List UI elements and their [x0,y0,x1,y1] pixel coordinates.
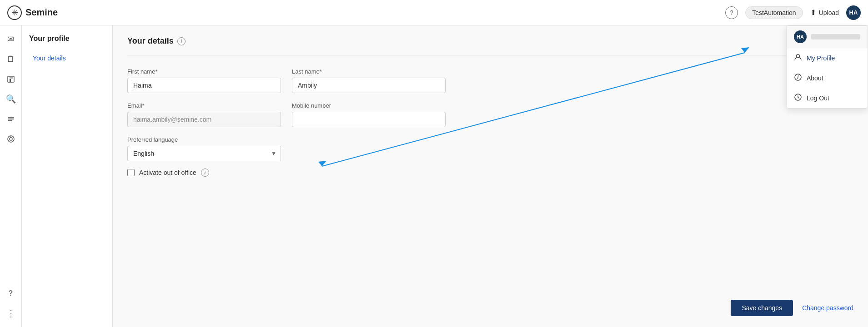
person-icon [794,53,802,63]
mobile-input[interactable] [292,112,446,127]
nav-list-icon[interactable] [3,111,19,127]
language-select-wrapper: English Norwegian Swedish Danish ▼ [127,146,281,161]
language-select[interactable]: English Norwegian Swedish Danish [127,146,281,161]
nav-more-icon[interactable]: ⋮ [3,305,19,322]
first-name-label: First name* [127,68,281,75]
section-title-text: Your details [127,36,174,46]
dropdown-overlay: HA My Profile i About [786,25,868,109]
svg-rect-1 [10,79,11,82]
email-input[interactable] [127,112,281,127]
svg-marker-11 [318,161,326,166]
dropdown-logout-label: Log Out [807,94,829,102]
nav-document-icon[interactable]: 🗒 [3,51,19,67]
svg-rect-3 [11,77,13,79]
nav-building-icon[interactable] [3,71,19,87]
out-of-office-checkbox[interactable] [127,169,135,176]
logout-icon [794,93,802,103]
language-label: Preferred language [127,136,281,143]
dropdown-avatar: HA [794,30,807,43]
icon-nav: ✉ 🗒 🔍 ? ⋮ [0,25,22,327]
header-right: ? TestAutomation ⬆ Upload HA [725,5,861,20]
upload-button[interactable]: ⬆ Upload [810,8,839,17]
svg-rect-6 [8,120,12,121]
change-password-button[interactable]: Change password [802,304,853,312]
nav-question-icon[interactable]: ? [3,285,19,302]
save-changes-button[interactable]: Save changes [731,300,793,316]
logo-area: Semine [7,5,58,20]
out-of-office-row: Activate out of office i [127,168,853,177]
svg-point-8 [10,138,12,140]
last-name-group: Last name* [292,68,446,93]
upload-icon: ⬆ [810,8,816,17]
svg-rect-2 [10,77,11,79]
section-divider [127,55,853,55]
svg-marker-12 [741,47,749,53]
dropdown-my-profile-label: My Profile [807,54,835,62]
language-group: Preferred language English Norwegian Swe… [127,136,281,161]
dropdown-about-label: About [807,74,823,82]
info-circle-icon: i [794,73,802,83]
help-button[interactable]: ? [725,6,738,19]
dropdown-header: HA [787,26,868,48]
nav-search-icon[interactable]: 🔍 [3,91,19,107]
out-of-office-label: Activate out of office [139,169,196,176]
last-name-label: Last name* [292,68,446,75]
avatar-button[interactable]: HA [846,5,861,20]
sidebar-title: Your profile [29,35,105,43]
header: Semine ? TestAutomation ⬆ Upload HA [0,0,868,25]
dropdown-item-my-profile[interactable]: My Profile [787,48,868,68]
dropdown-item-logout[interactable]: Log Out [787,88,868,108]
mobile-group: Mobile number [292,102,446,127]
layout: ✉ 🗒 🔍 ? ⋮ [0,25,868,327]
sidebar: Your profile Your details [22,25,113,327]
user-button[interactable]: TestAutomation [745,6,803,19]
section-info-icon[interactable]: i [177,37,186,45]
mobile-label: Mobile number [292,102,446,109]
email-group: Email* [127,102,281,127]
svg-text:i: i [798,75,799,80]
upload-label: Upload [819,9,839,16]
form-grid: First name* Last name* Email* Mobile num… [127,68,446,161]
dropdown-menu: HA My Profile i About [786,25,868,109]
dropdown-avatar-placeholder [811,34,860,40]
main-content: Your details i First name* Last name* Em… [113,25,868,327]
email-label: Email* [127,102,281,109]
nav-mail-icon[interactable]: ✉ [3,31,19,47]
logo-icon [7,5,22,20]
first-name-group: First name* [127,68,281,93]
logo-text: Semine [25,7,58,18]
svg-rect-5 [8,119,14,119]
footer-actions: Save changes Change password [731,300,853,316]
out-of-office-info-icon[interactable]: i [201,168,209,177]
section-title: Your details i [127,36,853,46]
sidebar-item-your-details[interactable]: Your details [29,52,105,64]
dropdown-item-about[interactable]: i About [787,68,868,88]
last-name-input[interactable] [292,78,446,93]
nav-analytics-icon[interactable] [3,131,19,147]
svg-rect-4 [8,117,14,118]
first-name-input[interactable] [127,78,281,93]
